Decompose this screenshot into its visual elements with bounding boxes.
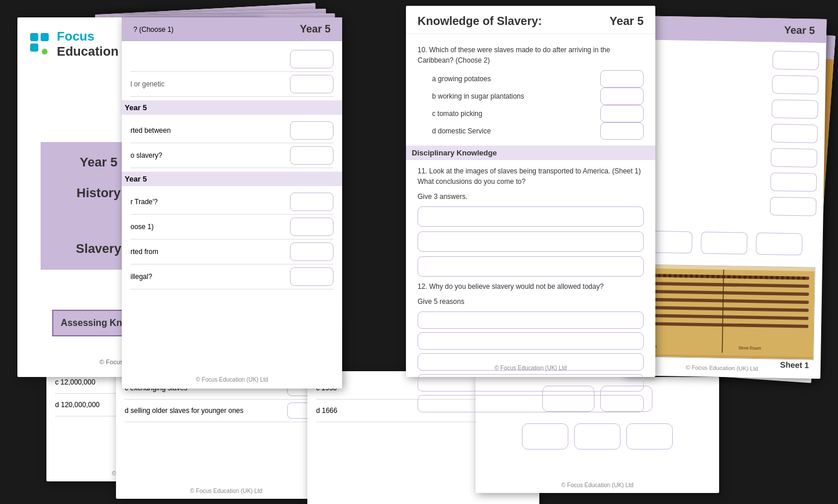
rf-answer-7 [770,197,817,216]
svg-point-3 [42,49,48,55]
option-d2: d selling older slaves for younger ones [125,407,244,415]
svg-rect-1 [41,33,49,41]
option-d1: d 120,000,000 [55,401,100,409]
option-d3: d 1666 [316,407,338,415]
answer-box-3 [290,121,333,140]
bottom-box-3 [522,423,568,449]
right-header-front: Year 5 [629,16,827,43]
rf-answer-5 [771,148,818,167]
disciplinary-header: Disciplinary Knowledge [406,146,655,160]
answer-q12-5 [418,395,644,412]
focus-logo-icon [29,32,51,56]
quiz-front-footer: © Focus Education (UK) Ltd [122,376,342,383]
cover-subject: History [77,184,121,202]
q11-sub: Give 3 answers. [418,191,644,202]
svg-rect-0 [30,33,38,41]
q12-sub: Give 5 reasons [418,296,644,307]
year5-separator2: Year 5 [122,172,342,186]
answer-q12-1 [418,311,644,329]
svg-rect-2 [30,43,38,52]
knowledge-footer: © Focus Education (UK) Ltd [406,365,655,371]
logo-education: Education [57,44,118,59]
rf-bottom-3 [756,233,803,255]
cover-topic: Slavery [76,240,121,258]
bottom-footer-4: © Focus Education (UK) Ltd [476,482,719,488]
bottom-footer-2: © Focus Education (UK) Ltd [116,488,336,494]
logo-focus: Focus [57,29,118,44]
answer-box-4 [290,146,333,165]
answer-q11-1 [418,206,644,227]
answer-box-2 [290,75,333,93]
rf-answer-3 [771,99,818,118]
answer-box-6 [290,217,333,236]
answer-q11-3 [418,256,644,277]
knowledge-header: Knowledge of Slavery: Year 5 [406,6,655,34]
rf-answer-2 [772,75,819,94]
rf-answer-4 [771,124,818,143]
rf-answer-1 [772,50,819,70]
rf-answer-6 [770,172,817,191]
right-ship-image: Store Room Store Room [630,264,815,360]
answer-q10b [600,88,644,105]
answer-box-8 [290,267,333,286]
svg-text:Store Room: Store Room [738,345,761,351]
answer-q12-2 [418,332,644,350]
answer-q10a [600,70,644,88]
quiz-page-front: ? (Choose 1) Year 5 l or genetic Year 5 … [122,17,342,389]
question-11: 11. Look at the images of slaves being t… [418,166,644,187]
bottom-page-2: c exchanging slaves d selling older slav… [116,371,336,499]
bottom-box-5 [626,423,673,449]
answer-box-7 [290,242,333,261]
answer-q10d [600,122,644,140]
answer-box-5 [290,193,333,211]
rf-bottom-2 [701,231,748,254]
cover-year: Year 5 [80,154,118,172]
answer-q10c [600,105,644,122]
answer-q12-4 [418,374,644,391]
sheet1-label: Sheet 1 [780,360,809,370]
option-c1: c 12,000,000 [55,378,95,386]
bottom-box-4 [574,423,621,449]
question-12: 12. Why do you believe slavery would not… [418,281,644,292]
answer-q11-2 [418,231,644,252]
quiz-front-header: ? (Choose 1) Year 5 [122,17,342,41]
question-10: 10. Which of these were slaves made to d… [418,45,644,66]
knowledge-page: Knowledge of Slavery: Year 5 10. Which o… [406,6,655,377]
answer-box-1 [290,50,333,68]
year5-separator: Year 5 [122,100,342,115]
